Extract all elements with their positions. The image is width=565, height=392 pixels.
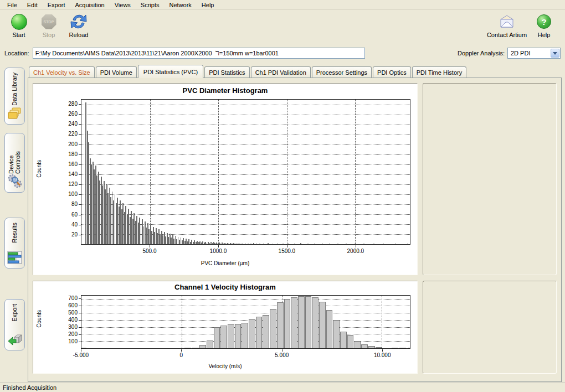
- location-input[interactable]: [33, 48, 365, 59]
- start-button-label: Start: [12, 32, 25, 38]
- tab-pdi-statistics[interactable]: PDI Statistics: [204, 66, 249, 78]
- y-tick-label: 500: [60, 310, 78, 316]
- chart-title: Channel 1 Velocity Histogram: [33, 283, 417, 291]
- y-tick-label: 200: [60, 141, 78, 147]
- tab-pdi-time-history[interactable]: PDI Time History: [412, 66, 467, 78]
- menu-export[interactable]: Export: [43, 1, 70, 9]
- tab-processor-settings[interactable]: Processor Settings: [312, 66, 372, 78]
- histogram-bar: [294, 244, 295, 244]
- y-tick-mark: [79, 327, 81, 328]
- y-tick-mark: [79, 204, 81, 205]
- tab-pdi-optics[interactable]: PDI Optics: [373, 66, 411, 78]
- h-gridline: [81, 204, 410, 205]
- bottom-row: Channel 1 Velocity HistogramCounts100200…: [33, 281, 557, 374]
- histogram-bar: [355, 341, 361, 348]
- menu-network[interactable]: Network: [164, 1, 196, 9]
- histogram-bar: [312, 297, 319, 348]
- x-tick-mark: [287, 245, 287, 247]
- chart-title: PVC Diameter Histogram: [33, 86, 417, 95]
- menu-views[interactable]: Views: [110, 1, 136, 9]
- histogram-bar: [220, 326, 227, 348]
- histogram-bar: [337, 244, 338, 244]
- chevron-down-icon[interactable]: [551, 49, 559, 58]
- tab-ch1-velocity-vs-size[interactable]: Ch1 Velocity vs. Size: [29, 66, 95, 78]
- help-button[interactable]: ? Help: [530, 12, 558, 38]
- v-gridline: [218, 100, 219, 244]
- toolbar: Start STOP Stop Reload Contact Artium ? …: [0, 10, 565, 44]
- top-row: PVC Diameter HistogramCounts204060801001…: [33, 83, 557, 275]
- pvc-stats-panel: [423, 83, 557, 275]
- y-tick-mark: [79, 298, 81, 299]
- x-tick-label: 5.000: [264, 352, 300, 358]
- x-tick-label: -5.000: [63, 352, 99, 358]
- menu-acquisition[interactable]: Acquisition: [70, 1, 110, 9]
- start-icon: [11, 14, 27, 30]
- plot-area: [81, 99, 410, 245]
- menu-help[interactable]: Help: [197, 1, 219, 9]
- x-tick-label: 0: [163, 352, 199, 358]
- histogram-bar: [263, 315, 269, 348]
- menu-scripts[interactable]: Scripts: [136, 1, 165, 9]
- y-tick-mark: [79, 235, 81, 235]
- y-tick-label: 180: [60, 151, 78, 157]
- y-tick-mark: [79, 342, 81, 342]
- reload-button[interactable]: Reload: [64, 12, 93, 38]
- h-gridline: [81, 174, 410, 175]
- x-axis-label: Velocity (m/s): [33, 363, 417, 369]
- sidebar-item-export[interactable]: Export: [4, 299, 25, 350]
- sidebar-item-device-controls[interactable]: Device Controls: [4, 133, 25, 193]
- histogram-bar: [199, 345, 206, 348]
- histogram-bar: [184, 348, 191, 348]
- export-arrow-icon: [7, 333, 22, 347]
- sidebar-item-data-library[interactable]: Data Library: [4, 68, 25, 125]
- tab-ch1-pdi-validation[interactable]: Ch1 PDI Validation: [251, 66, 311, 78]
- location-row: Location: Doppler Analysis: 2D PDI: [0, 44, 565, 62]
- menu-edit[interactable]: Edit: [22, 1, 43, 9]
- y-tick-mark: [79, 174, 81, 175]
- histogram-bar: [368, 346, 375, 348]
- h-gridline: [81, 125, 410, 125]
- y-tick-label: 400: [60, 317, 78, 323]
- y-tick-label: 600: [60, 302, 78, 308]
- y-axis-label: Counts: [36, 160, 42, 178]
- contact-artium-button[interactable]: Contact Artium: [485, 12, 528, 38]
- y-tick-mark: [79, 164, 81, 165]
- x-tick-mark: [181, 349, 182, 352]
- tab-page-pdi-statistics-pvc: PVC Diameter HistogramCounts204060801001…: [28, 78, 562, 382]
- y-tick-mark: [79, 145, 81, 145]
- histogram-bar: [355, 244, 356, 244]
- tab-pdi-statistics-pvc-[interactable]: PDI Statistics (PVC): [138, 65, 203, 78]
- x-tick-mark: [218, 245, 219, 247]
- h-gridline: [81, 299, 410, 300]
- v-gridline: [182, 296, 182, 348]
- doppler-analysis-dropdown[interactable]: 2D PDI: [507, 48, 561, 59]
- histogram-bar: [347, 335, 354, 348]
- y-tick-label: 60: [60, 212, 78, 218]
- h-gridline: [81, 320, 410, 321]
- menubar: FileEditExportAcquisitionViewsScriptsNet…: [0, 0, 565, 10]
- x-tick-label: 10.000: [364, 352, 400, 358]
- v-gridline: [382, 296, 382, 348]
- tab-area: Ch1 Velocity vs. SizePDI VolumePDI Stati…: [28, 62, 562, 382]
- histogram-bar: [273, 244, 274, 244]
- status-bar: Finished Acquisition: [0, 382, 565, 392]
- x-axis-label: PVC Diameter (µm): [33, 260, 417, 266]
- sidebar-item-label: Data Library: [11, 73, 18, 106]
- y-tick-label: 200: [60, 331, 78, 337]
- y-tick-mark: [79, 320, 81, 321]
- start-button[interactable]: Start: [4, 12, 33, 38]
- sidebar-item-label: Device Controls: [8, 138, 21, 174]
- histogram-bar: [288, 244, 289, 244]
- tab-pdi-volume[interactable]: PDI Volume: [96, 66, 137, 78]
- y-tick-label: 160: [60, 161, 78, 167]
- plot-area: [81, 295, 410, 349]
- x-tick-label: 1000.0: [201, 248, 236, 254]
- histogram-bar: [383, 244, 384, 244]
- histogram-bar: [259, 244, 260, 244]
- histogram-bar: [319, 302, 326, 348]
- histogram-bar: [305, 296, 312, 348]
- menu-file[interactable]: File: [2, 1, 22, 9]
- sidebar-item-results[interactable]: Results: [4, 218, 25, 269]
- histogram-bar: [399, 348, 406, 348]
- x-tick-label: 1500.0: [269, 248, 305, 254]
